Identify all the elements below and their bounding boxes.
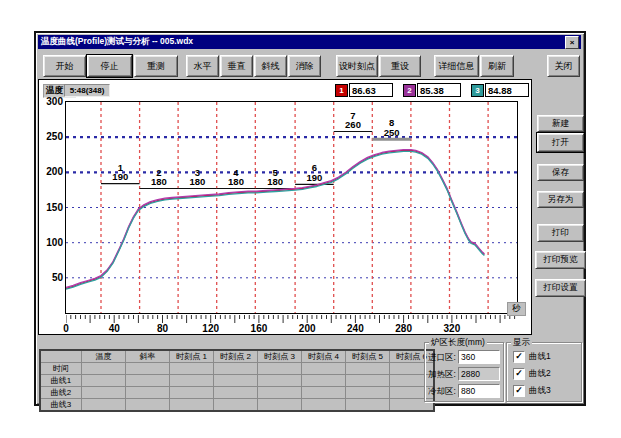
table-cell	[346, 363, 390, 375]
y-tick-label: 50	[41, 272, 63, 283]
zone-temp-label: 260	[345, 119, 361, 130]
start-button[interactable]: 开始	[43, 55, 86, 77]
x-tick-label: 0	[53, 323, 79, 334]
table-row-header: 曲线2	[40, 387, 82, 399]
title-bar[interactable]: 温度曲线(Profile)测试与分析 -- 005.wdx ×	[38, 35, 581, 49]
print-setup-button[interactable]: 打印设置	[535, 279, 586, 297]
table-cell	[170, 387, 214, 399]
set-time-points-button[interactable]: 设时刻点	[336, 55, 378, 77]
table-col-header: 时刻点 4	[302, 350, 346, 363]
zone-temp-label: 250	[384, 127, 400, 138]
table-row: 曲线1	[40, 375, 434, 387]
curve2-legend-icon: 2	[403, 84, 416, 97]
table-cell	[258, 399, 302, 412]
save-button[interactable]: 保存	[537, 164, 584, 181]
oven-zone-length-group: 炉区长度(mm) 进口区: 360 加热区: 2880 冷却区: 880	[424, 342, 504, 402]
curve2-checkbox-row: ✓ 曲线2	[513, 368, 551, 380]
zone-temp-label: 180	[189, 176, 205, 187]
curve3-checkbox[interactable]: ✓	[513, 385, 525, 397]
results-table: 温度斜率时刻点 1时刻点 2时刻点 3时刻点 4时刻点 5时刻点 6时间曲线1曲…	[39, 349, 435, 412]
table-cell	[258, 387, 302, 399]
display-group-title: 显示	[511, 337, 532, 349]
details-button[interactable]: 详细信息	[434, 55, 479, 77]
curve3-checkbox-row: ✓ 曲线3	[513, 385, 551, 397]
table-col-header: 时刻点 1	[170, 350, 214, 363]
curve1-legend-icon: 1	[335, 84, 348, 97]
clear-lines-button[interactable]: 消除	[288, 55, 321, 77]
x-tick-label: 120	[198, 323, 224, 334]
table-cell	[170, 375, 214, 387]
x-tick-label: 80	[149, 323, 175, 334]
vertical-line-button[interactable]: 垂直	[220, 55, 253, 77]
y-tick-label: 250	[41, 131, 63, 142]
table-cell	[82, 363, 126, 375]
close-button[interactable]: 关闭	[547, 55, 580, 77]
heating-zone-input[interactable]: 2880	[458, 367, 500, 381]
table-cell	[126, 387, 170, 399]
inlet-zone-input[interactable]: 360	[458, 350, 500, 364]
new-button[interactable]: 新建	[537, 115, 584, 132]
curve2-checkbox[interactable]: ✓	[513, 368, 525, 380]
reset-button[interactable]: 重设	[379, 55, 421, 77]
table-cell	[126, 375, 170, 387]
x-tick-label: 160	[246, 323, 272, 334]
horizontal-line-button[interactable]: 水平	[186, 55, 219, 77]
table-col-header: 温度	[82, 350, 126, 363]
curve1-checkbox-row: ✓ 曲线1	[513, 351, 551, 363]
curve1-temp-readout: 86.63	[349, 83, 393, 97]
table-cell	[302, 363, 346, 375]
table-cell	[82, 399, 126, 412]
curve1-checkbox-label: 曲线1	[529, 351, 551, 363]
stop-button[interactable]: 停止	[87, 55, 132, 77]
open-button[interactable]: 打开	[537, 133, 584, 152]
x-tick-label: 200	[294, 323, 320, 334]
curve2-checkbox-label: 曲线2	[529, 368, 551, 380]
table-cell	[302, 399, 346, 412]
table-cell	[170, 399, 214, 412]
x-tick-label: 40	[101, 323, 127, 334]
window-title: 温度曲线(Profile)测试与分析 -- 005.wdx	[41, 36, 193, 48]
app-window: 温度曲线(Profile)测试与分析 -- 005.wdx × 开始 停止 重测…	[34, 31, 586, 406]
print-button[interactable]: 打印	[537, 224, 584, 242]
zone-temp-label: 190	[306, 172, 322, 183]
table-cell	[258, 363, 302, 375]
refresh-button[interactable]: 刷新	[480, 55, 514, 77]
table-cell	[346, 375, 390, 387]
table-cell	[346, 387, 390, 399]
display-group: 显示 ✓ 曲线1 ✓ 曲线2 ✓ 曲线3	[506, 342, 582, 402]
table-cell	[126, 399, 170, 412]
table-col-header: 斜率	[126, 350, 170, 363]
curve3-checkbox-label: 曲线3	[529, 385, 551, 397]
table-cell	[258, 375, 302, 387]
table-cell	[82, 387, 126, 399]
table-row-header: 曲线3	[40, 399, 82, 412]
close-icon[interactable]: ×	[565, 36, 579, 49]
cooling-zone-input[interactable]: 880	[458, 384, 500, 398]
table-cell	[302, 387, 346, 399]
table-col-header: 时刻点 2	[214, 350, 258, 363]
table-cell	[126, 363, 170, 375]
inlet-zone-label: 进口区:	[428, 352, 456, 364]
x-tick-label: 240	[342, 323, 368, 334]
curve3-temp-readout: 84.88	[485, 83, 529, 97]
zone-temp-label: 180	[151, 176, 167, 187]
heating-zone-label: 加热区:	[428, 369, 456, 381]
retest-button[interactable]: 重测	[134, 55, 178, 77]
profile-plot[interactable]: 11902180318041805180619072608250	[65, 101, 518, 314]
y-tick-label: 300	[41, 96, 63, 107]
zone-temp-label: 190	[112, 171, 128, 182]
save-as-button[interactable]: 另存为	[537, 191, 584, 208]
y-tick-label: 100	[41, 237, 63, 248]
table-row-header: 曲线1	[40, 375, 82, 387]
table-cell	[214, 363, 258, 375]
slope-line-button[interactable]: 斜线	[254, 55, 287, 77]
elapsed-time-readout: 5:48(348)	[64, 84, 110, 97]
table-row: 时间	[40, 363, 434, 375]
print-preview-button[interactable]: 打印预览	[535, 251, 586, 269]
curve3-legend-icon: 3	[471, 84, 484, 97]
curve2-temp-readout: 85.38	[417, 83, 461, 97]
curve1-checkbox[interactable]: ✓	[513, 351, 525, 363]
x-axis-ticks	[66, 315, 519, 323]
table-cell	[214, 387, 258, 399]
y-tick-label: 150	[41, 202, 63, 213]
